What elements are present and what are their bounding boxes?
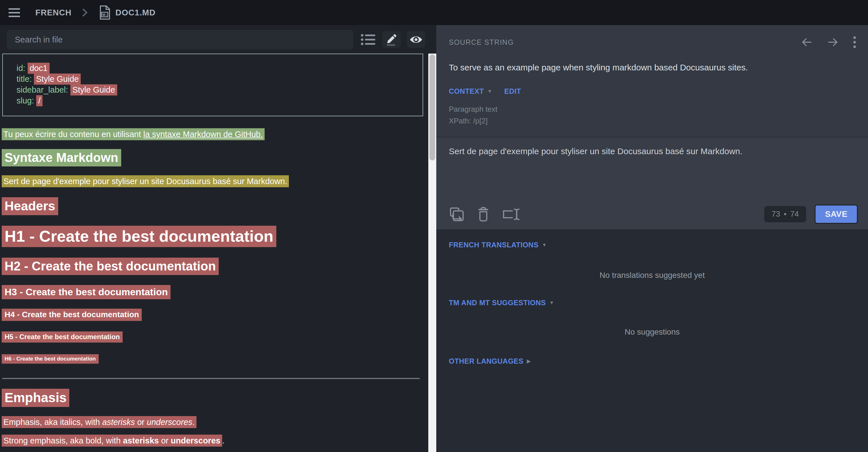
- source-string[interactable]: Style Guide: [70, 84, 117, 95]
- eye-icon: [409, 35, 423, 44]
- untranslated-string[interactable]: Headers: [2, 197, 58, 215]
- frontmatter-line: id: doc1: [17, 63, 417, 73]
- hamburger-menu-icon[interactable]: [8, 2, 30, 23]
- breadcrumb-chevron-icon: [81, 8, 89, 18]
- counter-bullet: •: [784, 210, 786, 219]
- breadcrumb-file-name[interactable]: DOC1.MD: [116, 8, 156, 18]
- source-string-section: SOURCE STRING: [436, 25, 868, 137]
- copy-source-icon: [449, 206, 465, 222]
- translate-mode-button[interactable]: [382, 31, 401, 48]
- tm-mt-suggestions-header[interactable]: TM AND MT SUGGESTIONS ▼: [449, 299, 856, 307]
- doc-link[interactable]: la syntaxe Markdown de GitHub.: [144, 130, 263, 139]
- paragraph: Sert de page d'exemple pour styliser un …: [2, 176, 431, 186]
- context-type: Paragraph text: [449, 103, 857, 115]
- save-button[interactable]: SAVE: [815, 205, 858, 224]
- paragraph: Emphasis, aka italics, with asterisks or…: [2, 417, 431, 427]
- doc-heading-h4: H4 - Create the best documentation: [2, 310, 431, 319]
- text-cursor-icon: [502, 207, 520, 222]
- arrow-left-icon: [801, 36, 813, 48]
- trash-icon: [477, 206, 490, 222]
- translated-string[interactable]: Tu peux écrire du contenu en utilisant l…: [2, 128, 265, 140]
- untranslated-string[interactable]: Strong emphasis, aka bold, with asterisk…: [2, 434, 222, 447]
- frontmatter-line: sidebar_label: Style Guide: [17, 84, 417, 95]
- doc-heading-h2: Headers: [2, 199, 431, 214]
- untranslated-string[interactable]: H3 - Create the best documentation: [2, 285, 170, 299]
- main-area: id: doc1 title: Style Guide sidebar_labe…: [0, 25, 868, 452]
- preview-mode-button[interactable]: [407, 31, 425, 48]
- doc-heading-h2: H2 - Create the best documentation: [2, 259, 431, 273]
- document-content: id: doc1 title: Style Guide sidebar_labe…: [0, 49, 436, 446]
- source-string-label: SOURCE STRING: [449, 38, 514, 46]
- suggestions-empty-message: No suggestions: [449, 327, 856, 336]
- untranslated-string[interactable]: H6 - Create the best documentation: [2, 354, 99, 364]
- translated-string[interactable]: Syntaxe Markdown: [2, 149, 121, 166]
- selected-string[interactable]: Sert de page d'exemple pour styliser un …: [2, 175, 289, 187]
- frontmatter-block: id: doc1 title: Style Guide sidebar_labe…: [2, 54, 423, 116]
- translation-input-text[interactable]: Sert de page d'exemple pour styliser un …: [449, 147, 857, 156]
- list-icon: [361, 33, 376, 46]
- select-text-button[interactable]: [502, 207, 520, 222]
- more-options-button[interactable]: [853, 36, 856, 49]
- doc-heading-h2: Emphasis: [2, 390, 431, 405]
- untranslated-string[interactable]: H2 - Create the best documentation: [2, 258, 219, 275]
- scrollbar-thumb[interactable]: [429, 55, 435, 160]
- doc-heading-h5: H5 - Create the best documentation: [2, 333, 431, 341]
- frontmatter-line: title: Style Guide: [17, 73, 417, 84]
- top-bar: FRENCH M↓ DOC1.MD: [0, 0, 868, 25]
- breadcrumb-project[interactable]: FRENCH: [35, 8, 71, 18]
- string-list-view-button[interactable]: [360, 31, 376, 48]
- context-toggle[interactable]: CONTEXT: [449, 87, 484, 95]
- doc-heading-h6: H6 - Create the best documentation: [2, 356, 431, 362]
- previous-string-button[interactable]: [801, 36, 813, 48]
- arrow-right-icon: [827, 36, 839, 48]
- source-string[interactable]: Style Guide: [34, 73, 81, 85]
- copy-source-button[interactable]: [449, 206, 465, 222]
- untranslated-string[interactable]: H5 - Create the best documentation: [2, 331, 123, 343]
- editor-panel: SOURCE STRING: [436, 25, 868, 452]
- markdown-file-icon: M↓: [98, 5, 111, 20]
- paragraph: Strong emphasis, aka bold, with asterisk…: [2, 436, 431, 446]
- translation-editor-app: FRENCH M↓ DOC1.MD: [0, 0, 868, 452]
- character-counter: 73•74: [764, 206, 806, 222]
- source-string-text: To serve as an example page when styling…: [449, 63, 857, 72]
- translations-empty-message: No translations suggested yet: [449, 271, 856, 280]
- caret-down-icon: ▼: [542, 242, 547, 248]
- untranslated-string[interactable]: Emphasis: [2, 389, 69, 407]
- source-string[interactable]: /: [36, 95, 42, 106]
- file-preview-panel: id: doc1 title: Style Guide sidebar_labe…: [0, 25, 436, 452]
- horizontal-rule: [2, 378, 420, 379]
- context-xpath: XPath: /p[2]: [449, 115, 857, 127]
- vertical-dots-icon: [853, 36, 856, 49]
- untranslated-string[interactable]: Emphasis, aka italics, with asterisks or…: [2, 416, 196, 428]
- doc-heading-h2: Syntaxe Markdown: [2, 151, 431, 165]
- untranslated-string[interactable]: H1 - Create the best documentation: [2, 226, 276, 247]
- source-string[interactable]: doc1: [28, 63, 50, 74]
- translation-section[interactable]: Sert de page d'exemple pour styliser un …: [436, 137, 868, 229]
- edit-context-link[interactable]: EDIT: [504, 87, 521, 95]
- pencil-edit-icon: [385, 33, 398, 46]
- caret-down-icon: ▼: [549, 300, 554, 306]
- frontmatter-line: slug: /: [17, 95, 417, 106]
- other-languages-header[interactable]: OTHER LANGUAGES ▶: [449, 357, 856, 365]
- french-translations-header[interactable]: FRENCH TRANSLATIONS ▼: [449, 241, 856, 249]
- breadcrumb-file[interactable]: M↓ DOC1.MD: [98, 5, 156, 20]
- svg-text:M↓: M↓: [102, 13, 107, 17]
- caret-right-icon: ▶: [527, 358, 531, 364]
- clear-translation-button[interactable]: [477, 206, 490, 222]
- untranslated-string[interactable]: H4 - Create the best documentation: [2, 309, 142, 321]
- caret-down-icon: ▼: [487, 89, 492, 94]
- doc-heading-h1: H1 - Create the best documentation: [2, 227, 431, 246]
- search-input[interactable]: [7, 30, 353, 49]
- next-string-button[interactable]: [827, 36, 839, 48]
- file-toolbar: [0, 25, 436, 49]
- doc-heading-h3: H3 - Create the best documentation: [2, 286, 431, 297]
- preview-scrollbar[interactable]: [428, 54, 436, 452]
- paragraph: Tu peux écrire du contenu en utilisant l…: [2, 129, 431, 139]
- suggestions-section: FRENCH TRANSLATIONS ▼ No translations su…: [436, 229, 868, 452]
